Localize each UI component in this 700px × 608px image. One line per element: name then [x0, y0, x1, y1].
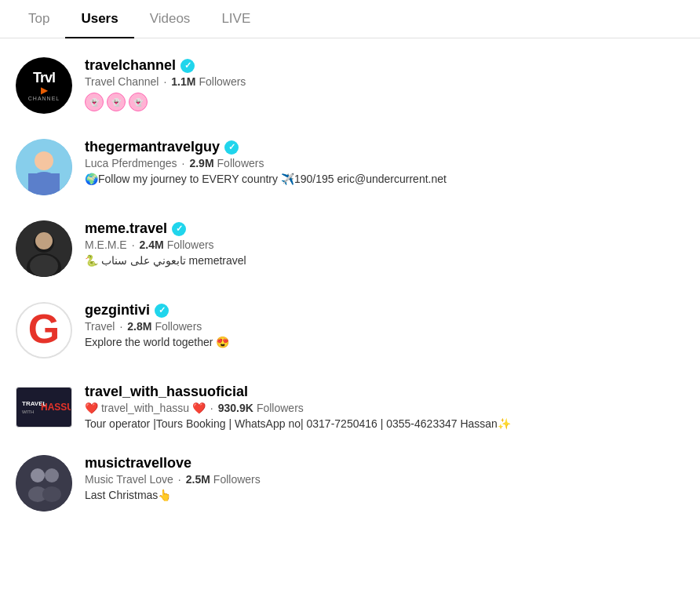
sub-accounts: 👻 👻 👻	[85, 93, 684, 111]
username-row: travel_with_hassuoficial	[85, 384, 684, 400]
sub-account-avatar: 👻	[107, 93, 126, 111]
username-row: thegermantravelguy	[85, 139, 684, 155]
username-row: travelchannel	[85, 57, 684, 74]
avatar: G	[16, 302, 72, 359]
user-info: meme.travel M.E.M.E · 2.4M Followers 🐍 ت…	[85, 220, 684, 267]
avatar	[16, 220, 72, 277]
avatar	[16, 455, 72, 512]
avatar: TRAVEL WITH HASSU	[16, 387, 72, 428]
user-subtitle: M.E.M.E · 2.4M Followers	[85, 238, 684, 251]
user-list: Trvl ▶ CHANNEL travelchannel Travel Chan…	[0, 38, 700, 530]
user-bio: Last Christmas👆	[85, 489, 684, 501]
username: musictravellove	[85, 455, 191, 471]
svg-text:WITH: WITH	[22, 410, 34, 414]
svg-point-15	[16, 455, 72, 512]
sub-account-avatar: 👻	[129, 93, 148, 111]
user-subtitle: Travel · 2.8M Followers	[85, 320, 684, 333]
svg-point-16	[31, 468, 45, 482]
user-info: travel_with_hassuoficial ❤️ travel_with_…	[85, 384, 684, 430]
user-info: thegermantravelguy Luca Pferdmenges · 2.…	[85, 139, 684, 185]
list-item[interactable]: Trvl ▶ CHANNEL travelchannel Travel Chan…	[0, 45, 700, 126]
tab-videos[interactable]: Videos	[134, 0, 206, 38]
svg-text:G: G	[28, 306, 60, 351]
list-item[interactable]: thegermantravelguy Luca Pferdmenges · 2.…	[0, 126, 700, 208]
sub-account-avatar: 👻	[85, 93, 104, 111]
username: travel_with_hassuoficial	[85, 384, 248, 400]
tab-users[interactable]: Users	[65, 0, 133, 38]
username-row: gezgintivi	[85, 302, 684, 319]
username: travelchannel	[85, 57, 176, 74]
verified-badge	[180, 59, 195, 73]
user-info: travelchannel Travel Channel · 1.1M Foll…	[85, 57, 684, 111]
svg-text:HASSU: HASSU	[41, 402, 71, 413]
user-subtitle: Travel Channel · 1.1M Followers	[85, 75, 684, 88]
user-bio: 🐍 تابعوني على سناب memetravel	[85, 254, 684, 267]
list-item[interactable]: meme.travel M.E.M.E · 2.4M Followers 🐍 ت…	[0, 208, 700, 289]
username-row: meme.travel	[85, 220, 684, 237]
svg-point-19	[42, 486, 61, 502]
user-subtitle: ❤️ travel_with_hassu ❤️ · 930.9K Followe…	[85, 402, 684, 414]
tab-top[interactable]: Top	[13, 0, 65, 38]
user-bio: Tour operator |Tours Booking | WhatsApp …	[85, 417, 684, 430]
user-bio: 🌍Follow my journey to EVERY country ✈️19…	[85, 173, 684, 185]
avatar	[16, 139, 72, 195]
svg-point-18	[45, 468, 59, 482]
user-subtitle: Music Travel Love · 2.5M Followers	[85, 473, 684, 486]
user-subtitle: Luca Pferdmenges · 2.9M Followers	[85, 157, 684, 169]
username: thegermantravelguy	[85, 139, 220, 155]
user-info: musictravellove Music Travel Love · 2.5M…	[85, 455, 684, 501]
list-item[interactable]: musictravellove Music Travel Love · 2.5M…	[0, 442, 700, 524]
list-item[interactable]: TRAVEL WITH HASSU travel_with_hassuofici…	[0, 371, 700, 442]
svg-point-8	[30, 255, 58, 277]
username: meme.travel	[85, 220, 167, 237]
verified-badge	[224, 140, 239, 155]
verified-badge	[155, 304, 169, 318]
username: gezgintivi	[85, 302, 150, 319]
nav-tabs: Top Users Videos LIVE	[0, 0, 700, 38]
user-info: gezgintivi Travel · 2.8M Followers Explo…	[85, 302, 684, 348]
user-bio: Explore the world together 😍	[85, 336, 684, 348]
username-row: musictravellove	[85, 455, 684, 471]
avatar: Trvl ▶ CHANNEL	[16, 57, 72, 114]
svg-point-1	[35, 151, 53, 170]
list-item[interactable]: G gezgintivi Travel · 2.8M Followers Exp…	[0, 289, 700, 371]
verified-badge	[172, 222, 186, 236]
svg-rect-3	[28, 173, 60, 195]
tab-live[interactable]: LIVE	[206, 0, 266, 38]
